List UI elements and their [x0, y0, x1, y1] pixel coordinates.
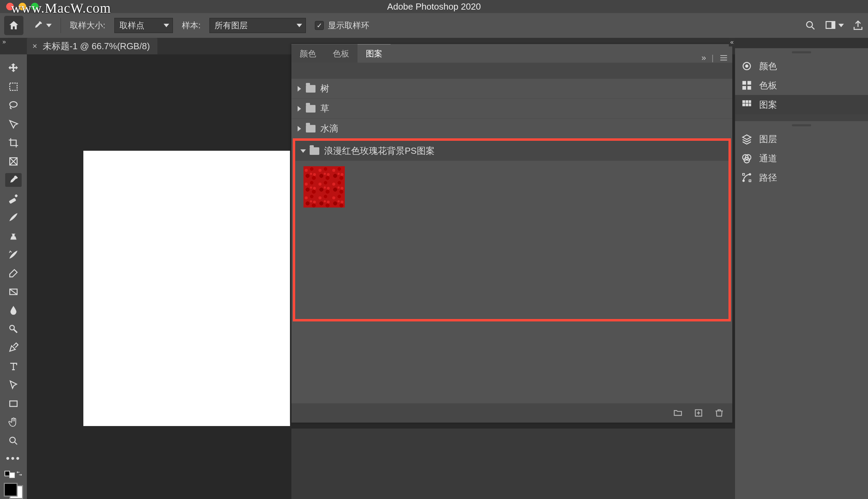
svg-rect-18: [748, 86, 751, 89]
delete-icon[interactable]: [714, 408, 724, 418]
hand-tool[interactable]: [5, 415, 22, 429]
search-icon[interactable]: [805, 20, 816, 31]
sidebar-item-paths[interactable]: 路径: [735, 168, 868, 187]
eraser-tool[interactable]: [5, 266, 22, 280]
close-tab-icon[interactable]: ×: [32, 41, 37, 51]
collapse-right-handle[interactable]: «: [729, 38, 735, 46]
sidebar-item-channels[interactable]: 通道: [735, 149, 868, 168]
sidebar-grip[interactable]: [735, 48, 868, 56]
foreground-background-colors[interactable]: [4, 483, 23, 499]
folder-label: 水滴: [320, 123, 338, 135]
new-pattern-icon[interactable]: [694, 408, 703, 418]
chevron-down-icon: [164, 24, 169, 27]
foreground-color-swatch[interactable]: [4, 483, 18, 497]
folder-label: 树: [320, 83, 329, 95]
options-bar-right: [805, 13, 864, 38]
pattern-folder-grass[interactable]: 草: [291, 98, 732, 118]
svg-point-0: [807, 22, 813, 28]
svg-rect-21: [749, 100, 751, 103]
patterns-icon: [741, 99, 752, 110]
gradient-tool[interactable]: [5, 285, 22, 299]
sidebar-item-swatches[interactable]: 色板: [735, 76, 868, 95]
panel-tab-color[interactable]: 颜色: [291, 45, 324, 63]
chevron-down-icon: [300, 149, 306, 153]
pattern-folder-rose[interactable]: 浪漫红色玫瑰花背景PS图案: [295, 141, 728, 161]
sidebar-label: 图层: [759, 133, 777, 145]
frame-tool[interactable]: [5, 155, 22, 168]
panel-menu-icon[interactable]: [719, 53, 728, 62]
pattern-folder-tree[interactable]: 树: [291, 78, 732, 98]
panel-tab-patterns[interactable]: 图案: [358, 44, 391, 63]
marquee-tool[interactable]: [5, 80, 22, 94]
highlighted-pattern-group: 浪漫红色玫瑰花背景PS图案: [293, 138, 731, 321]
show-sampling-ring-label: 显示取样环: [328, 20, 369, 31]
svg-point-9: [10, 326, 14, 330]
zoom-tool[interactable]: [5, 434, 22, 448]
panel-footer: [291, 403, 732, 423]
lasso-tool[interactable]: [5, 98, 22, 112]
right-sidebar: 颜色 色板 图案 图层 通道 路径: [735, 48, 868, 499]
sample-label: 样本:: [182, 20, 201, 31]
folder-icon: [310, 147, 319, 155]
clone-stamp-tool[interactable]: [5, 229, 22, 243]
sidebar-label: 色板: [759, 79, 777, 92]
sidebar-label: 通道: [759, 152, 777, 164]
path-selection-tool[interactable]: [5, 378, 22, 392]
history-brush-tool[interactable]: [5, 248, 22, 262]
svg-rect-2: [831, 22, 835, 29]
sidebar-item-color[interactable]: 颜色: [735, 56, 868, 76]
chevron-right-icon: [298, 86, 301, 92]
sidebar-grip[interactable]: [735, 121, 868, 129]
pattern-folder-water[interactable]: 水滴: [291, 118, 732, 138]
share-icon[interactable]: [852, 20, 864, 31]
workspace-switcher[interactable]: [825, 20, 844, 31]
rectangle-tool[interactable]: [5, 397, 22, 411]
eyedropper-icon: [32, 20, 43, 31]
panel-collapse-icon[interactable]: »: [701, 53, 706, 63]
crop-tool[interactable]: [5, 136, 22, 150]
move-tool[interactable]: [5, 61, 22, 75]
home-button[interactable]: [4, 16, 23, 35]
patterns-panel: 颜色 色板 图案 » | 树 草 水滴 浪漫红色玫: [291, 44, 732, 423]
current-tool-indicator[interactable]: [32, 20, 52, 31]
pattern-search-bar[interactable]: [291, 63, 732, 78]
svg-rect-16: [748, 81, 751, 84]
folder-label: 草: [320, 103, 329, 115]
eyedropper-tool[interactable]: [5, 173, 22, 187]
svg-rect-19: [743, 100, 745, 103]
workspace-icon: [825, 20, 836, 31]
folder-icon: [306, 85, 316, 93]
sidebar-item-patterns[interactable]: 图案: [735, 95, 868, 114]
dodge-tool[interactable]: [5, 322, 22, 336]
blur-tool[interactable]: [5, 304, 22, 317]
collapse-left-handle[interactable]: »: [0, 38, 8, 45]
show-sampling-ring-checkbox[interactable]: ✓ 显示取样环: [315, 20, 369, 31]
type-tool[interactable]: [5, 360, 22, 373]
swap-default-colors[interactable]: [4, 469, 22, 478]
checkbox-checked-icon: ✓: [315, 21, 324, 30]
sidebar-label: 路径: [759, 172, 777, 184]
panel-tabs: 颜色 色板 图案 » |: [291, 44, 732, 63]
svg-rect-24: [749, 104, 751, 106]
artboard[interactable]: [83, 151, 290, 426]
sample-layers-select[interactable]: 所有图层: [209, 18, 306, 33]
sample-size-value: 取样点: [120, 20, 144, 31]
tools-panel: •••: [0, 54, 27, 499]
healing-brush-tool[interactable]: [5, 192, 22, 205]
new-folder-icon[interactable]: [673, 408, 683, 418]
pattern-thumbnail-rose[interactable]: [303, 166, 345, 208]
panel-tab-swatches[interactable]: 色板: [324, 45, 358, 63]
document-tab[interactable]: × 未标题-1 @ 66.7%(RGB/8): [27, 38, 157, 54]
brush-tool[interactable]: [5, 210, 22, 224]
sample-size-label: 取样大小:: [70, 20, 105, 31]
swap-arrows-icon: [16, 470, 22, 477]
edit-toolbar-button[interactable]: •••: [6, 453, 21, 464]
sidebar-item-layers[interactable]: 图层: [735, 129, 868, 149]
svg-point-4: [10, 102, 17, 107]
svg-point-11: [10, 437, 15, 443]
pen-tool[interactable]: [5, 341, 22, 354]
sample-size-select[interactable]: 取样点: [114, 18, 173, 33]
svg-rect-10: [10, 401, 17, 406]
chevron-down-icon: [297, 24, 302, 27]
quick-selection-tool[interactable]: [5, 117, 22, 131]
